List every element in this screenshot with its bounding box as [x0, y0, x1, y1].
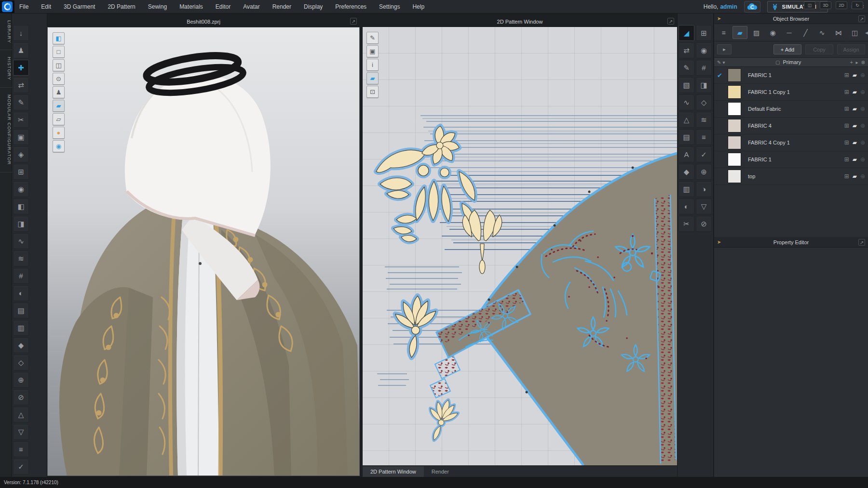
fabric-clone-icon[interactable]: ⊕ — [860, 122, 865, 129]
tool-pattern-list[interactable]: ≡ — [696, 129, 712, 145]
section-delete[interactable]: ⊗ — [861, 60, 865, 65]
tool-raise[interactable]: △ — [13, 407, 29, 422]
fabric-swatch[interactable] — [728, 136, 741, 149]
tool-zipper-2d[interactable]: ⊕ — [696, 164, 712, 180]
tool-lower-2d[interactable]: ▽ — [696, 198, 712, 214]
tool-half[interactable]: ◐ — [678, 198, 694, 214]
fabric-name[interactable]: FABRIC 1 Copy 1 — [748, 89, 844, 95]
fabric-add-icon[interactable]: ⊞ — [844, 106, 849, 112]
viewport-tab[interactable]: Render — [424, 466, 457, 477]
tool-lower[interactable]: ▽ — [13, 424, 29, 440]
toggle-show-garment[interactable]: □ — [53, 46, 65, 58]
section-add[interactable]: + — [850, 60, 853, 65]
toggle-show-mesh[interactable]: ▱ — [53, 113, 65, 125]
tool-steam[interactable]: ≋ — [13, 251, 29, 266]
fabric-name[interactable]: FABRIC 4 — [748, 123, 844, 129]
section-caret-icon[interactable]: ▾ — [722, 60, 725, 65]
menu-item[interactable]: Preferences — [335, 3, 366, 10]
popout-icon[interactable]: ↗ — [350, 18, 357, 25]
view-2d-button[interactable]: 2D — [836, 1, 847, 9]
menu-item[interactable]: Materials — [179, 3, 203, 10]
fabric-clone-icon[interactable]: ⊕ — [860, 106, 865, 112]
menu-item[interactable]: Settings — [379, 3, 400, 10]
fabric-clone-icon[interactable]: ⊕ — [860, 156, 865, 163]
tool-annotation[interactable]: ✓ — [696, 146, 712, 162]
ob-tab-fabric[interactable]: ▰ — [732, 26, 747, 39]
fabric-row[interactable]: ✔ FABRIC 1 ⊞ ▰ ⊕ — [714, 67, 868, 84]
edit-pencil-icon[interactable]: ✎ — [717, 60, 721, 65]
tool-buttonhole[interactable]: ◇ — [13, 355, 29, 370]
fabric-add-icon[interactable]: ⊞ — [844, 173, 849, 180]
fabric-swatch[interactable] — [728, 119, 741, 132]
fabric-clone-icon[interactable]: ⊕ — [860, 72, 865, 79]
tool-pin[interactable]: ⊞ — [13, 164, 29, 180]
tool-add-point[interactable]: ◉ — [696, 42, 712, 58]
tool-disable[interactable]: ⊘ — [696, 216, 712, 232]
pattern-piece-fragments[interactable] — [430, 356, 460, 398]
popout-icon[interactable]: ↗ — [667, 18, 674, 25]
tool-simulate[interactable]: ↓ — [13, 25, 29, 41]
tool-free-sewing[interactable]: ◨ — [13, 216, 29, 232]
toggle-show-fabric[interactable]: ▰ — [53, 100, 65, 112]
pattern-2d-canvas[interactable] — [363, 27, 677, 465]
fabric-name[interactable]: FABRIC 1 — [748, 72, 844, 78]
tool-notch[interactable]: ◨ — [696, 77, 712, 93]
menu-item[interactable]: Edit — [41, 3, 51, 10]
toggle-environment[interactable]: ◉ — [53, 140, 65, 152]
tool-edit-sewing[interactable]: ✂ — [13, 112, 29, 128]
toggle-lock-pattern[interactable]: ⊡ — [366, 86, 379, 98]
tool-texture[interactable]: ▤ — [13, 303, 29, 318]
viewport-tab[interactable]: 2D Pattern Window — [363, 466, 424, 477]
tool-trim[interactable]: ⊘ — [13, 389, 29, 405]
split-view-button[interactable]: ◫ — [804, 1, 815, 9]
tool-garment[interactable]: ▣ — [13, 129, 29, 145]
tool-list[interactable]: ≡ — [13, 441, 29, 457]
fabric-swatch[interactable] — [728, 153, 741, 166]
tool-shirring-2d[interactable]: ∿ — [678, 94, 694, 110]
tool-trace[interactable]: # — [696, 60, 712, 76]
viewport-3d[interactable]: ◧ □ ◫ ⊙ ♟ ▰ — [47, 27, 360, 476]
fabric-sheet-icon[interactable]: ▰ — [853, 72, 857, 79]
tool-texture-2d[interactable]: ▤ — [678, 129, 694, 145]
popout-icon[interactable]: ↗ — [858, 15, 865, 22]
tool-pen-2d[interactable]: ✎ — [678, 60, 694, 76]
dock-pin-icon[interactable]: ➤ — [717, 16, 721, 21]
folder-button[interactable]: ▸ — [717, 44, 732, 54]
toggle-show-garment-fit[interactable]: ◫ — [53, 59, 65, 71]
copy-button[interactable]: Copy — [805, 44, 833, 54]
fabric-add-icon[interactable]: ⊞ — [844, 122, 849, 129]
menu-item[interactable]: Render — [272, 3, 291, 10]
tool-transform-pattern[interactable]: ◢ — [678, 25, 694, 41]
ob-tab-trim[interactable]: ▨ — [749, 26, 764, 39]
tool-edit-pattern[interactable]: ⊞ — [696, 25, 712, 41]
dock-pin-icon[interactable]: ➤ — [717, 239, 721, 245]
fabric-swatch[interactable] — [728, 170, 741, 183]
tool-avatar-move[interactable]: ♟ — [13, 42, 29, 58]
toggle-show-stitches[interactable]: ✎ — [366, 32, 379, 44]
tool-dart[interactable]: ▧ — [678, 77, 694, 93]
garment-3d-render[interactable] — [48, 27, 360, 476]
tool-seam-allowance[interactable]: △ — [678, 112, 694, 128]
ob-tab-topstitch[interactable]: ─ — [782, 26, 797, 39]
tool-edit-curvature[interactable]: ⇄ — [678, 42, 694, 58]
tool-shirring[interactable]: ∿ — [13, 233, 29, 249]
toggle-render-mode[interactable]: ◧ — [53, 32, 65, 44]
tab-modular-configurator[interactable]: MODULAR CONFIGURATOR — [0, 88, 12, 172]
fabric-sheet-icon[interactable]: ▰ — [853, 173, 857, 180]
ob-tab-fold[interactable]: ◫ — [847, 26, 862, 39]
fabric-swatch[interactable] — [728, 85, 741, 99]
fabric-name[interactable]: FABRIC 4 Copy 1 — [748, 140, 844, 145]
tool-zipper[interactable]: ⊕ — [13, 372, 29, 388]
tool-pattern[interactable]: ▥ — [13, 320, 29, 336]
tool-grading[interactable]: ◆ — [678, 164, 694, 180]
ob-nav-prev[interactable]: ◀ — [864, 26, 868, 39]
toggle-show-sewing[interactable]: ⊙ — [53, 73, 65, 85]
popout-icon[interactable]: ↗ — [858, 239, 865, 246]
fabric-sheet-icon[interactable]: ▰ — [853, 156, 857, 163]
tab-history[interactable]: HISTORY — [0, 50, 12, 88]
fabric-row[interactable]: FABRIC 1 ⊞ ▰ ⊕ — [714, 151, 868, 168]
toggle-pattern-info[interactable]: i — [366, 59, 379, 71]
tool-shade[interactable]: ◐ — [13, 285, 29, 301]
tool-select-move[interactable]: ✚ — [13, 60, 29, 76]
tool-pen-3d[interactable]: ✎ — [13, 94, 29, 110]
